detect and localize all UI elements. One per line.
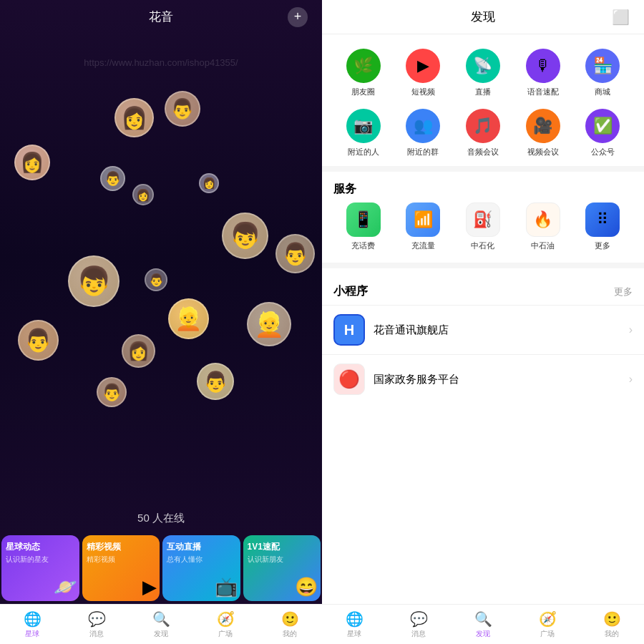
avatar-6[interactable]: 👦 [222,213,268,259]
discover-item-pengyouquan[interactable]: 🌿朋友圈 [333,46,394,100]
mini-item-huayin[interactable]: H花音通讯旗舰店› [322,305,644,354]
discover-label-shipinhuiyi: 视频会议 [527,147,559,157]
discover-icon-yinyinhuiyi: 🎵 [466,109,500,143]
service-item-zhongshiyou[interactable]: 🔥中石油 [513,203,573,251]
divider-1 [322,166,644,172]
right-content: 🌿朋友圈▶短视频📡直播🎙语音速配🏪商城📷附近的人👥附近的群🎵音频会议🎥视频会议✅… [322,34,644,604]
card-subtitle-xingqiu: 认识新的星友 [6,555,75,565]
avatar-13[interactable]: 👨 [197,363,234,400]
right-title: 发现 [471,9,495,25]
avatar-10[interactable]: 👨 [18,320,59,361]
left-nav-guangchang[interactable]: 🧭广场 [193,610,258,639]
left-nav-xingqiu[interactable]: 🌐星球 [0,610,64,639]
mini-item-arrow-guojia: › [629,373,633,386]
right-nav-icon-faxian: 🔍 [474,610,492,628]
bottom-card-jingcai[interactable]: 精彩视频精彩视频▶ [82,535,160,601]
right-nav-icon-xiaoxi: 💬 [410,610,428,628]
right-panel: 发现 ⬜ 🌿朋友圈▶短视频📡直播🎙语音速配🏪商城📷附近的人👥附近的群🎵音频会议🎥… [322,0,644,644]
avatar-8[interactable]: 👦 [68,255,119,307]
bottom-card-xingqiu[interactable]: 星球动态认识新的星友🪐 [1,535,79,601]
card-title-hudong: 互动直播 [167,541,236,553]
discover-icons-section: 🌿朋友圈▶短视频📡直播🎙语音速配🏪商城📷附近的人👥附近的群🎵音频会议🎥视频会议✅… [322,34,644,166]
mini-item-guojia[interactable]: 🔴国家政务服务平台› [322,354,644,404]
avatar-field: 👩👨👩👨👩👦👨👦👱👨👩👱👨👨👩👨 [0,34,322,504]
right-nav-label-xingqiu: 星球 [347,629,361,639]
service-label-chonghuafei: 充话费 [351,240,375,251]
discover-icon-gonghonghao: ✅ [585,109,620,143]
mini-item-arrow-huayin: › [629,323,633,336]
left-nav-label-faxian: 发现 [154,629,168,639]
service-item-chongliuliang[interactable]: 📶充流量 [394,203,454,251]
discover-icon-pengyouquan: 🌿 [346,49,381,83]
left-title: 花音 [149,9,173,25]
discover-icon-yuyinsupei: 🎙 [526,49,560,83]
right-nav-faxian[interactable]: 🔍发现 [451,610,515,639]
service-label-zhongshihua: 中石化 [471,240,494,251]
right-nav-wode[interactable]: 🙂我的 [580,610,644,639]
right-nav-xingqiu[interactable]: 🌐星球 [322,610,386,639]
avatar-12[interactable]: 👱 [247,302,291,346]
discover-icon-fujinderen: 📷 [346,109,381,143]
avatar-14[interactable]: 👨 [97,377,127,407]
avatar-7[interactable]: 👨 [275,234,315,273]
discover-item-duanshipin[interactable]: ▶短视频 [394,46,454,100]
discover-item-fujinderen[interactable]: 📷附近的人 [333,106,394,160]
discover-label-pengyouquan: 朋友圈 [351,87,375,97]
discover-item-zhibo[interactable]: 📡直播 [453,46,513,100]
service-item-chonghuafei[interactable]: 📱充话费 [333,203,394,251]
mini-section: 小程序 更多 H花音通讯旗舰店›🔴国家政务服务平台› [322,274,644,404]
mini-items: H花音通讯旗舰店›🔴国家政务服务平台› [322,305,644,404]
discover-icon-shangcheng: 🏪 [585,49,620,83]
service-item-zhongshihua[interactable]: ⛽中石化 [453,203,513,251]
avatar-15[interactable]: 👩 [199,173,219,193]
discover-label-shangcheng: 商城 [595,87,610,97]
discover-icon-duanshipin: ▶ [406,49,440,83]
service-section-header: 服务 [322,172,644,203]
avatar-9[interactable]: 👱 [168,298,209,339]
card-title-jingcai: 精彩视频 [87,541,156,553]
service-label-zhongshiyou: 中石油 [531,240,555,251]
card-subtitle-jingcai: 精彩视频 [87,555,156,565]
card-icon-1v1: 😄 [295,576,318,598]
divider-2 [322,263,644,268]
card-subtitle-1v1: 认识新朋友 [248,555,317,565]
left-nav-xiaoxi[interactable]: 💬消息 [64,610,129,639]
avatar-5[interactable]: 👩 [132,184,154,205]
discover-item-shipinhuiyi[interactable]: 🎥视频会议 [513,106,573,160]
left-nav-label-guangchang: 广场 [218,629,233,639]
mini-item-name-guojia: 国家政务服务平台 [374,373,629,386]
service-icon-zhongshiyou: 🔥 [526,203,560,237]
service-title: 服务 [333,182,356,195]
card-icon-xingqiu: 🪐 [54,576,77,598]
left-nav-faxian[interactable]: 🔍发现 [129,610,193,639]
left-nav-icon-faxian: 🔍 [152,610,170,628]
discover-item-fujindequn[interactable]: 👥附近的群 [394,106,454,160]
right-nav-xiaoxi[interactable]: 💬消息 [386,610,451,639]
bottom-card-1v1[interactable]: 1V1速配认识新朋友😄 [243,535,321,601]
discover-item-shangcheng[interactable]: 🏪商城 [572,46,633,100]
discover-item-gonghonghao[interactable]: ✅公众号 [572,106,633,160]
avatar-16[interactable]: 👨 [145,268,167,291]
right-nav: 🌐星球💬消息🔍发现🧭广场🙂我的 [322,604,644,644]
bottom-card-hudong[interactable]: 互动直播总有人懂你📺 [162,535,240,601]
right-nav-guangchang[interactable]: 🧭广场 [515,610,580,639]
online-count: 50 人在线 [0,504,322,532]
left-nav-icon-guangchang: 🧭 [217,610,235,628]
right-header: 发现 ⬜ [322,0,644,34]
add-button[interactable]: + [288,7,308,27]
right-nav-label-faxian: 发现 [476,629,490,639]
discover-item-yuyinsupei[interactable]: 🎙语音速配 [513,46,573,100]
card-title-1v1: 1V1速配 [248,541,317,553]
card-icon-hudong: 📺 [215,576,238,598]
scan-icon[interactable]: ⬜ [612,9,630,26]
avatar-4[interactable]: 👨 [100,166,125,191]
left-nav-wode[interactable]: 🙂我的 [258,610,322,639]
service-item-gengduo[interactable]: ⠿更多 [572,203,633,251]
avatar-1[interactable]: 👩 [114,98,154,137]
avatar-2[interactable]: 👨 [165,91,200,127]
discover-label-yuyinsupei: 语音速配 [527,87,559,97]
avatar-3[interactable]: 👩 [14,145,50,180]
mini-more[interactable]: 更多 [614,286,633,298]
discover-item-yinyinhuiyi[interactable]: 🎵音频会议 [453,106,513,160]
avatar-11[interactable]: 👩 [122,334,155,368]
